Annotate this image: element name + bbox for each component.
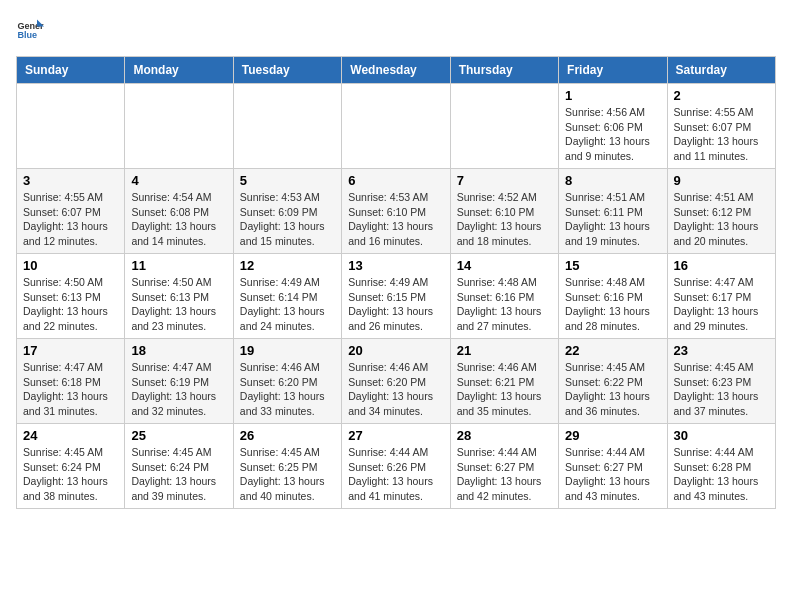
logo-icon: General Blue bbox=[16, 16, 44, 44]
day-number: 15 bbox=[565, 258, 660, 273]
day-number: 4 bbox=[131, 173, 226, 188]
day-info: Sunrise: 4:47 AMSunset: 6:18 PMDaylight:… bbox=[23, 360, 118, 419]
calendar-week-row: 10Sunrise: 4:50 AMSunset: 6:13 PMDayligh… bbox=[17, 254, 776, 339]
logo: General Blue bbox=[16, 16, 48, 44]
weekday-header-cell: Thursday bbox=[450, 57, 558, 84]
calendar-cell: 22Sunrise: 4:45 AMSunset: 6:22 PMDayligh… bbox=[559, 339, 667, 424]
day-info: Sunrise: 4:44 AMSunset: 6:26 PMDaylight:… bbox=[348, 445, 443, 504]
calendar-cell: 4Sunrise: 4:54 AMSunset: 6:08 PMDaylight… bbox=[125, 169, 233, 254]
calendar-cell: 21Sunrise: 4:46 AMSunset: 6:21 PMDayligh… bbox=[450, 339, 558, 424]
day-number: 21 bbox=[457, 343, 552, 358]
day-number: 19 bbox=[240, 343, 335, 358]
weekday-header-row: SundayMondayTuesdayWednesdayThursdayFrid… bbox=[17, 57, 776, 84]
calendar-cell bbox=[342, 84, 450, 169]
day-number: 13 bbox=[348, 258, 443, 273]
calendar-body: 1Sunrise: 4:56 AMSunset: 6:06 PMDaylight… bbox=[17, 84, 776, 509]
calendar-cell: 16Sunrise: 4:47 AMSunset: 6:17 PMDayligh… bbox=[667, 254, 775, 339]
day-info: Sunrise: 4:44 AMSunset: 6:27 PMDaylight:… bbox=[457, 445, 552, 504]
day-number: 23 bbox=[674, 343, 769, 358]
calendar-cell: 17Sunrise: 4:47 AMSunset: 6:18 PMDayligh… bbox=[17, 339, 125, 424]
day-info: Sunrise: 4:54 AMSunset: 6:08 PMDaylight:… bbox=[131, 190, 226, 249]
calendar-cell: 3Sunrise: 4:55 AMSunset: 6:07 PMDaylight… bbox=[17, 169, 125, 254]
day-number: 9 bbox=[674, 173, 769, 188]
day-info: Sunrise: 4:46 AMSunset: 6:21 PMDaylight:… bbox=[457, 360, 552, 419]
header: General Blue bbox=[16, 16, 776, 44]
calendar-cell: 7Sunrise: 4:52 AMSunset: 6:10 PMDaylight… bbox=[450, 169, 558, 254]
day-info: Sunrise: 4:45 AMSunset: 6:25 PMDaylight:… bbox=[240, 445, 335, 504]
calendar-cell: 12Sunrise: 4:49 AMSunset: 6:14 PMDayligh… bbox=[233, 254, 341, 339]
day-number: 16 bbox=[674, 258, 769, 273]
calendar-cell: 8Sunrise: 4:51 AMSunset: 6:11 PMDaylight… bbox=[559, 169, 667, 254]
day-number: 6 bbox=[348, 173, 443, 188]
calendar-cell bbox=[450, 84, 558, 169]
day-number: 22 bbox=[565, 343, 660, 358]
calendar-cell: 25Sunrise: 4:45 AMSunset: 6:24 PMDayligh… bbox=[125, 424, 233, 509]
day-info: Sunrise: 4:47 AMSunset: 6:19 PMDaylight:… bbox=[131, 360, 226, 419]
day-number: 24 bbox=[23, 428, 118, 443]
calendar-cell: 1Sunrise: 4:56 AMSunset: 6:06 PMDaylight… bbox=[559, 84, 667, 169]
calendar-table: SundayMondayTuesdayWednesdayThursdayFrid… bbox=[16, 56, 776, 509]
day-info: Sunrise: 4:51 AMSunset: 6:12 PMDaylight:… bbox=[674, 190, 769, 249]
day-number: 8 bbox=[565, 173, 660, 188]
calendar-cell: 14Sunrise: 4:48 AMSunset: 6:16 PMDayligh… bbox=[450, 254, 558, 339]
calendar-cell: 30Sunrise: 4:44 AMSunset: 6:28 PMDayligh… bbox=[667, 424, 775, 509]
weekday-header-cell: Friday bbox=[559, 57, 667, 84]
calendar-cell bbox=[17, 84, 125, 169]
day-number: 20 bbox=[348, 343, 443, 358]
day-number: 3 bbox=[23, 173, 118, 188]
day-number: 10 bbox=[23, 258, 118, 273]
svg-text:Blue: Blue bbox=[17, 30, 37, 40]
day-info: Sunrise: 4:48 AMSunset: 6:16 PMDaylight:… bbox=[457, 275, 552, 334]
day-info: Sunrise: 4:49 AMSunset: 6:15 PMDaylight:… bbox=[348, 275, 443, 334]
day-info: Sunrise: 4:56 AMSunset: 6:06 PMDaylight:… bbox=[565, 105, 660, 164]
calendar-cell: 15Sunrise: 4:48 AMSunset: 6:16 PMDayligh… bbox=[559, 254, 667, 339]
day-info: Sunrise: 4:46 AMSunset: 6:20 PMDaylight:… bbox=[348, 360, 443, 419]
calendar-week-row: 17Sunrise: 4:47 AMSunset: 6:18 PMDayligh… bbox=[17, 339, 776, 424]
day-number: 11 bbox=[131, 258, 226, 273]
day-info: Sunrise: 4:53 AMSunset: 6:09 PMDaylight:… bbox=[240, 190, 335, 249]
day-number: 5 bbox=[240, 173, 335, 188]
calendar-week-row: 24Sunrise: 4:45 AMSunset: 6:24 PMDayligh… bbox=[17, 424, 776, 509]
day-info: Sunrise: 4:45 AMSunset: 6:22 PMDaylight:… bbox=[565, 360, 660, 419]
day-info: Sunrise: 4:50 AMSunset: 6:13 PMDaylight:… bbox=[131, 275, 226, 334]
day-number: 2 bbox=[674, 88, 769, 103]
day-info: Sunrise: 4:55 AMSunset: 6:07 PMDaylight:… bbox=[23, 190, 118, 249]
weekday-header-cell: Saturday bbox=[667, 57, 775, 84]
day-number: 18 bbox=[131, 343, 226, 358]
day-number: 1 bbox=[565, 88, 660, 103]
day-info: Sunrise: 4:48 AMSunset: 6:16 PMDaylight:… bbox=[565, 275, 660, 334]
calendar-cell bbox=[233, 84, 341, 169]
day-number: 30 bbox=[674, 428, 769, 443]
calendar-cell: 18Sunrise: 4:47 AMSunset: 6:19 PMDayligh… bbox=[125, 339, 233, 424]
day-number: 7 bbox=[457, 173, 552, 188]
calendar-cell: 28Sunrise: 4:44 AMSunset: 6:27 PMDayligh… bbox=[450, 424, 558, 509]
calendar-cell: 11Sunrise: 4:50 AMSunset: 6:13 PMDayligh… bbox=[125, 254, 233, 339]
day-number: 17 bbox=[23, 343, 118, 358]
day-info: Sunrise: 4:47 AMSunset: 6:17 PMDaylight:… bbox=[674, 275, 769, 334]
calendar-cell: 20Sunrise: 4:46 AMSunset: 6:20 PMDayligh… bbox=[342, 339, 450, 424]
calendar-cell: 10Sunrise: 4:50 AMSunset: 6:13 PMDayligh… bbox=[17, 254, 125, 339]
day-number: 26 bbox=[240, 428, 335, 443]
day-info: Sunrise: 4:46 AMSunset: 6:20 PMDaylight:… bbox=[240, 360, 335, 419]
calendar-week-row: 1Sunrise: 4:56 AMSunset: 6:06 PMDaylight… bbox=[17, 84, 776, 169]
calendar-cell: 19Sunrise: 4:46 AMSunset: 6:20 PMDayligh… bbox=[233, 339, 341, 424]
day-info: Sunrise: 4:51 AMSunset: 6:11 PMDaylight:… bbox=[565, 190, 660, 249]
weekday-header-cell: Monday bbox=[125, 57, 233, 84]
calendar-cell: 27Sunrise: 4:44 AMSunset: 6:26 PMDayligh… bbox=[342, 424, 450, 509]
day-info: Sunrise: 4:45 AMSunset: 6:24 PMDaylight:… bbox=[131, 445, 226, 504]
day-number: 25 bbox=[131, 428, 226, 443]
day-info: Sunrise: 4:45 AMSunset: 6:24 PMDaylight:… bbox=[23, 445, 118, 504]
day-number: 14 bbox=[457, 258, 552, 273]
calendar-cell: 23Sunrise: 4:45 AMSunset: 6:23 PMDayligh… bbox=[667, 339, 775, 424]
day-info: Sunrise: 4:52 AMSunset: 6:10 PMDaylight:… bbox=[457, 190, 552, 249]
day-number: 12 bbox=[240, 258, 335, 273]
weekday-header-cell: Tuesday bbox=[233, 57, 341, 84]
day-info: Sunrise: 4:44 AMSunset: 6:28 PMDaylight:… bbox=[674, 445, 769, 504]
day-number: 27 bbox=[348, 428, 443, 443]
calendar-cell: 24Sunrise: 4:45 AMSunset: 6:24 PMDayligh… bbox=[17, 424, 125, 509]
weekday-header-cell: Sunday bbox=[17, 57, 125, 84]
calendar-cell: 26Sunrise: 4:45 AMSunset: 6:25 PMDayligh… bbox=[233, 424, 341, 509]
calendar-cell: 29Sunrise: 4:44 AMSunset: 6:27 PMDayligh… bbox=[559, 424, 667, 509]
day-info: Sunrise: 4:50 AMSunset: 6:13 PMDaylight:… bbox=[23, 275, 118, 334]
calendar-cell: 6Sunrise: 4:53 AMSunset: 6:10 PMDaylight… bbox=[342, 169, 450, 254]
